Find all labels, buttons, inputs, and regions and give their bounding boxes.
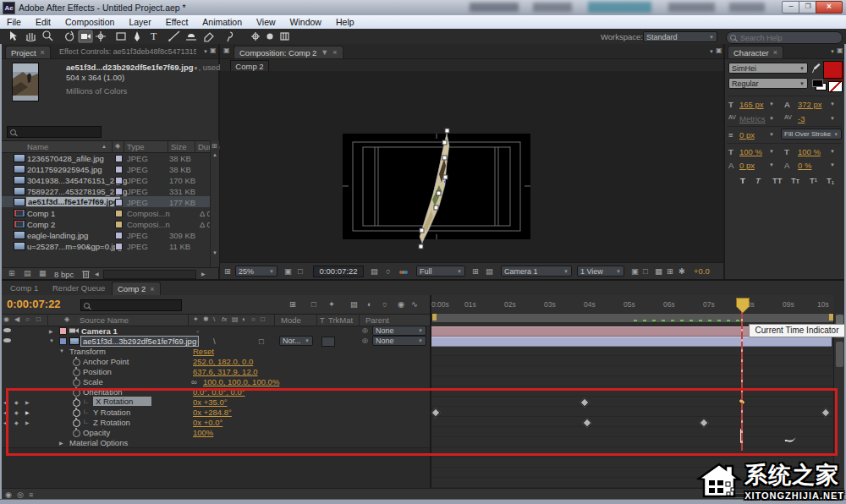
menu-edit[interactable]: Edit (36, 17, 51, 27)
camera-select[interactable]: Camera 1▼ (501, 266, 572, 277)
parent-link-icon[interactable]: ◎ (362, 326, 368, 334)
cube-switch[interactable]: □ (259, 337, 264, 346)
constrain-link-icon[interactable]: ∞ (191, 377, 197, 386)
menu-animation[interactable]: Animation (202, 17, 242, 27)
motion-blur-icon[interactable]: ◐ (367, 299, 372, 309)
font-family-select[interactable]: SimHei▼ (728, 63, 808, 74)
timeline-search-input[interactable] (92, 300, 180, 310)
comp-time-display[interactable]: 0:00:07:22 (313, 266, 364, 277)
menu-help[interactable]: Help (336, 17, 354, 27)
stopwatch-icon[interactable] (73, 430, 80, 437)
menu-effect[interactable]: Effect (166, 17, 189, 27)
layer-row-image[interactable]: ▼ ae51f3d...3b292df5e1fe7f69.jpg ◦ \ □ N… (0, 336, 430, 346)
close-icon[interactable]: × (332, 48, 337, 57)
timeline-search-box[interactable] (80, 299, 182, 311)
scroll-left-icon[interactable]: ◀ (95, 271, 99, 277)
label-chip[interactable] (59, 327, 67, 335)
stopwatch-icon[interactable] (73, 359, 80, 366)
property-row-x-rotation[interactable]: ◀ ◆ ▶ ∟ X Rotation 0x +35.0° (0, 397, 430, 407)
default-colors-swatch[interactable] (812, 79, 826, 90)
sort-asc-icon[interactable]: ▲ (102, 144, 107, 149)
tab-character[interactable]: Character× (728, 46, 783, 58)
label-chip[interactable] (115, 243, 123, 250)
h-scrollbar[interactable] (103, 270, 196, 279)
label-chip[interactable] (59, 337, 67, 345)
toggle-expand-icon[interactable]: ◉ (5, 490, 12, 499)
all-caps-button[interactable]: TT (772, 176, 783, 185)
chevron-down-icon[interactable]: ▼ (830, 149, 835, 154)
keyframe-prev-icon[interactable]: ◀ (3, 399, 8, 405)
toggle-modes-icon[interactable]: ◎ (17, 490, 24, 499)
label-column-icon[interactable]: ◈ (64, 315, 69, 323)
project-search-input[interactable] (19, 127, 100, 137)
project-row[interactable]: Comp 1 Composi...n Δ 0 (2, 207, 210, 218)
eye-toggle[interactable] (3, 328, 11, 332)
maximize-button[interactable]: ❐ (799, 1, 817, 14)
collapse-icon[interactable]: ▼ (49, 338, 54, 343)
collapse-switch[interactable]: ◦ (196, 326, 199, 336)
quality-switch[interactable]: \ (213, 337, 216, 346)
property-row-z-rotation[interactable]: ◀ ◆ ▶ ∟ Z Rotation 0x +0.0° (0, 417, 430, 427)
expand-icon[interactable]: ▶ (59, 440, 63, 446)
horizontal-scale-value[interactable]: 100 % (798, 147, 821, 156)
parent-select[interactable]: None▼ (372, 326, 426, 336)
image-layer-bar[interactable] (431, 337, 832, 347)
work-area-start-handle[interactable] (432, 314, 437, 320)
chevron-down-icon[interactable]: ▼ (769, 162, 774, 167)
label-chip[interactable] (115, 232, 123, 239)
superscript-button[interactable]: T¹ (810, 176, 817, 185)
label-chip[interactable] (115, 177, 123, 184)
keyframe-prev-icon[interactable]: ◀ (3, 419, 8, 425)
keyframe-set-icon[interactable]: ◆ (14, 409, 19, 415)
stopwatch-icon-active[interactable] (73, 399, 80, 407)
transparency-grid-icon[interactable]: ▤ (486, 266, 493, 276)
tsume-value[interactable]: 0 % (798, 161, 811, 170)
property-row-scale[interactable]: Scale ∞ 100.0, 100.0, 100.0% (0, 376, 430, 386)
menu-file[interactable]: File (7, 17, 21, 27)
stopwatch-icon[interactable] (73, 389, 80, 397)
comp-viewer[interactable] (220, 71, 723, 262)
graph-editor-icon[interactable]: ∿ (411, 299, 418, 309)
comp-canvas[interactable] (343, 134, 530, 239)
keyframe-next-icon[interactable]: ▶ (25, 419, 30, 425)
chevron-down-icon[interactable]: ▼ (830, 101, 835, 107)
resolution-select[interactable]: Full▼ (416, 266, 465, 277)
interpret-footage-icon[interactable]: ⊞ (8, 269, 15, 277)
new-folder-icon[interactable]: ▤ (24, 269, 31, 277)
toggle-inout-icon[interactable]: ≡ (29, 490, 33, 499)
scroll-down-icon[interactable]: ▼ (212, 250, 217, 255)
reset-link[interactable]: Reset (193, 347, 214, 356)
stroke-color-swatch[interactable] (828, 81, 843, 92)
small-caps-button[interactable]: Tт (791, 176, 799, 185)
subscript-button[interactable]: T₁ (827, 176, 834, 185)
keyframe-next-icon[interactable]: ▶ (25, 409, 30, 415)
draft-3d-icon[interactable]: □ (311, 299, 316, 309)
project-scrollbar[interactable]: ▲ ▼ ⊞ (210, 140, 219, 267)
panel-group-icon[interactable]: ▣ (223, 47, 230, 54)
menu-window[interactable]: Window (290, 17, 321, 27)
roi-icon[interactable]: ⊞ (472, 266, 479, 276)
label-chip[interactable] (115, 188, 123, 195)
keyframe-set-icon[interactable]: ◆ (14, 399, 19, 405)
tab-render-queue[interactable]: Render Queue (52, 283, 105, 293)
column-mode[interactable]: Mode (281, 315, 301, 325)
close-icon[interactable]: × (773, 48, 777, 57)
exposure-value[interactable]: +0.0 (694, 266, 710, 276)
parent-select[interactable]: None▼ (372, 336, 426, 346)
project-row[interactable]: u=25287...m=90&gp=0.jpg JPEG 11 KB (2, 240, 210, 251)
eyedropper-icon[interactable] (812, 63, 821, 74)
chevron-down-icon[interactable]: ▼ (769, 116, 774, 121)
column-parent[interactable]: Parent (365, 315, 389, 325)
help-search-box[interactable] (726, 31, 843, 44)
chevron-down-icon[interactable]: ▼ (830, 162, 835, 167)
safe-guides-icon[interactable]: ▣ (284, 266, 292, 276)
composition-mini-flowchart-icon[interactable]: ⊞ (289, 299, 296, 309)
panel-menu-icon[interactable]: ▼ (709, 49, 714, 54)
property-row-transform[interactable]: ▼ Transform Reset (0, 346, 430, 356)
project-row[interactable]: 3041938...345476151_2.jpg JPEG 170 KB (2, 174, 210, 185)
baseline-shift-value[interactable]: 0 px (739, 161, 755, 170)
panel-menu-icon[interactable]: ▼ (830, 49, 835, 54)
scrollbar-thumb2[interactable] (836, 342, 843, 367)
snapshot-icon[interactable]: ▤ (371, 266, 378, 276)
mode-select[interactable]: Nor...▼ (279, 336, 313, 346)
